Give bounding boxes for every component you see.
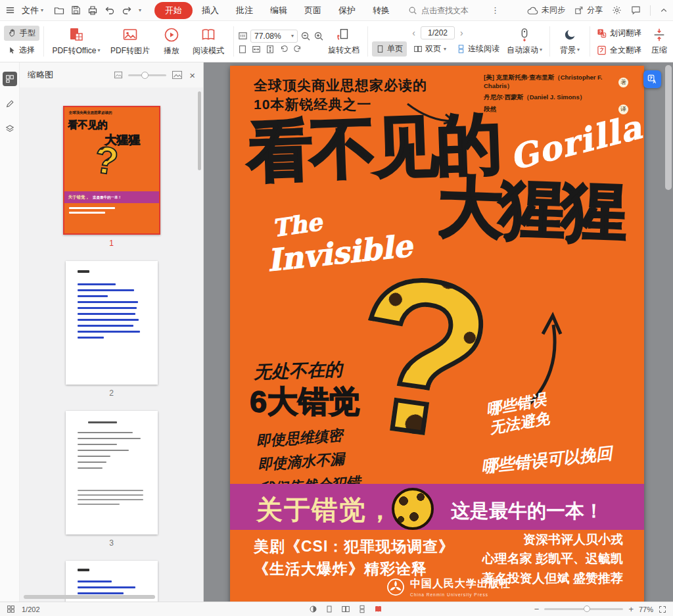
pdf-to-office-button[interactable]: PDF转Office▾ — [48, 23, 104, 60]
zoom-slider[interactable] — [544, 608, 623, 610]
thumbnail-page-2[interactable] — [66, 261, 158, 385]
page-number-box[interactable]: 1/202 — [421, 26, 455, 39]
chevron-down-icon: ▾ — [98, 48, 101, 53]
cover-title-the: The — [271, 210, 323, 240]
pdf-to-image-button[interactable]: PDF转图片 — [104, 23, 156, 60]
background-button[interactable]: 背景▾ — [554, 23, 586, 60]
fit-width-icon[interactable] — [252, 45, 261, 54]
comment-icon[interactable] — [631, 5, 641, 15]
zoom-out-statusbar-icon[interactable]: − — [534, 604, 540, 614]
mini-tagline: 全球顶尖商业思想家必读的 — [69, 110, 128, 115]
sync-status[interactable]: 未同步 — [527, 5, 565, 16]
previous-page-button[interactable]: ‹ — [409, 28, 418, 38]
tab-protect[interactable]: 保护 — [338, 5, 356, 16]
compress-button[interactable]: 压缩 — [644, 23, 673, 60]
fit-actual-size-icon[interactable] — [238, 31, 248, 41]
hand-icon — [8, 28, 17, 37]
annotation-panel-toggle[interactable] — [3, 97, 17, 111]
tab-page[interactable]: 页面 — [304, 5, 321, 16]
slider-knob[interactable] — [141, 72, 149, 79]
single-page-view-button[interactable]: 单页 — [372, 41, 407, 57]
play-button[interactable]: 播放 — [156, 23, 187, 60]
search-box[interactable] — [403, 4, 487, 17]
search-input[interactable] — [421, 6, 478, 15]
hand-tool-button[interactable]: 手型 — [4, 26, 39, 41]
ribbon-toolbar: 手型 选择 PDF转Office▾ PDF转图片 播放 阅读模式 — [0, 21, 673, 62]
fullscreen-icon[interactable] — [659, 605, 666, 613]
statusbar-thumbnails-icon[interactable] — [7, 605, 15, 613]
tab-home[interactable]: 开始 — [154, 2, 193, 19]
zoom-out-icon[interactable] — [300, 31, 311, 41]
close-panel-icon[interactable]: × — [189, 70, 195, 81]
statusbar-continuous-icon[interactable] — [358, 605, 366, 613]
fit-page-icon[interactable] — [238, 45, 247, 54]
file-menu[interactable]: 文件▾ — [19, 3, 46, 18]
author-role-badge: 著 — [618, 78, 628, 87]
thumbnail-panel: 缩略图 × 全球顶尖商业思想家必读的 看不见的 大猩猩 ? 关于错觉， 这是最牛… — [20, 62, 204, 602]
word-translate-icon — [597, 28, 607, 38]
statusbar-read-mode-icon[interactable] — [374, 605, 383, 613]
thumbnail-list[interactable]: 全球顶尖商业思想家必读的 看不见的 大猩猩 ? 关于错觉， 这是最牛的一本！ 1 — [20, 87, 203, 602]
collapse-ribbon-icon[interactable] — [660, 7, 668, 14]
double-page-view-button[interactable]: 双页 ▾ — [409, 41, 450, 57]
document-vertical-scrollbar[interactable] — [665, 65, 672, 190]
thumbnail-page-1[interactable]: 全球顶尖商业思想家必读的 看不见的 大猩猩 ? 关于错觉， 这是最牛的一本！ — [63, 106, 160, 235]
save-icon[interactable] — [71, 5, 81, 15]
zoom-in-icon[interactable] — [313, 31, 324, 41]
divider — [650, 5, 651, 16]
settings-gear-icon[interactable] — [612, 5, 622, 15]
publisher-logo-icon — [386, 578, 405, 596]
zoom-level-dropdown[interactable]: 77.08%▾ — [250, 30, 298, 43]
thumbnail-page-3[interactable] — [66, 411, 158, 534]
statusbar-double-page-icon[interactable] — [341, 605, 350, 613]
zoom-slider-knob[interactable] — [584, 605, 590, 612]
thumbnail-panel-toggle[interactable] — [3, 72, 17, 86]
statusbar-single-page-icon[interactable] — [325, 605, 333, 613]
select-tool-button[interactable]: 选择 — [4, 43, 39, 58]
quick-translate-floating-button[interactable] — [643, 70, 661, 88]
share-button[interactable]: 分享 — [574, 5, 603, 16]
mini-footer-lines — [69, 207, 115, 214]
more-options-icon[interactable]: ⋮ — [491, 5, 499, 15]
redo-icon[interactable] — [122, 5, 132, 16]
thumbnail-size-small-icon[interactable] — [114, 71, 123, 79]
panel-title: 缩略图 — [28, 69, 53, 81]
tab-convert[interactable]: 转换 — [373, 5, 390, 16]
rotate-right-icon[interactable] — [293, 45, 302, 54]
rotate-left-icon[interactable] — [279, 45, 289, 54]
zoom-in-statusbar-icon[interactable]: + — [628, 604, 634, 614]
pdf-page-1: 全球顶尖商业思想家必读的 10本新锐经典之一 [美] 克里斯托弗·查布里斯（Ch… — [230, 66, 644, 602]
read-mode-button[interactable]: 阅读模式 — [187, 23, 229, 60]
full-translate-button[interactable]: 全文翻译 — [594, 43, 644, 58]
chevron-down-icon: ▾ — [291, 34, 294, 39]
open-folder-icon[interactable] — [54, 5, 64, 16]
word-translate-button[interactable]: 划词翻译 — [594, 26, 644, 41]
thumbnail-page-number: 2 — [109, 389, 114, 398]
statusbar-theme-icon[interactable] — [309, 605, 317, 613]
fit-height-icon[interactable] — [266, 45, 275, 54]
mini-question-mark: ? — [92, 140, 120, 181]
attachment-panel-toggle[interactable] — [3, 122, 17, 136]
auto-scroll-button[interactable]: 自动滚动▾ — [503, 23, 545, 60]
tab-insert[interactable]: 插入 — [202, 5, 219, 16]
statusbar-zoom-percent[interactable]: 77% — [639, 605, 653, 613]
tab-annotate[interactable]: 批注 — [236, 5, 253, 16]
tab-edit[interactable]: 编辑 — [270, 5, 287, 16]
thumbnail-size-large-icon[interactable] — [172, 70, 183, 80]
quick-access-dropdown-icon[interactable]: ▾ — [139, 8, 141, 13]
cover-note-1: 哪些错误无法避免 — [485, 389, 556, 438]
statusbar: 1/202 − + 77% — [0, 602, 673, 616]
leopard-ball — [392, 488, 434, 530]
next-page-button[interactable]: › — [457, 28, 466, 38]
thumbnail-size-slider[interactable] — [128, 74, 166, 76]
statusbar-page-display[interactable]: 1/202 — [22, 605, 40, 613]
panel-horizontal-scrollbar[interactable] — [24, 595, 155, 599]
print-icon[interactable] — [87, 5, 98, 16]
panel-vertical-scrollbar[interactable] — [198, 91, 201, 170]
hamburger-menu-icon[interactable] — [5, 5, 15, 15]
continuous-read-toggle[interactable]: 连续阅读 — [453, 41, 503, 57]
rotate-document-button[interactable]: 旋转文档 — [324, 23, 363, 60]
pdf-to-image-icon — [122, 27, 138, 43]
undo-icon[interactable] — [104, 5, 115, 16]
document-area[interactable]: 全球顶尖商业思想家必读的 10本新锐经典之一 [美] 克里斯托弗·查布里斯（Ch… — [204, 62, 673, 602]
